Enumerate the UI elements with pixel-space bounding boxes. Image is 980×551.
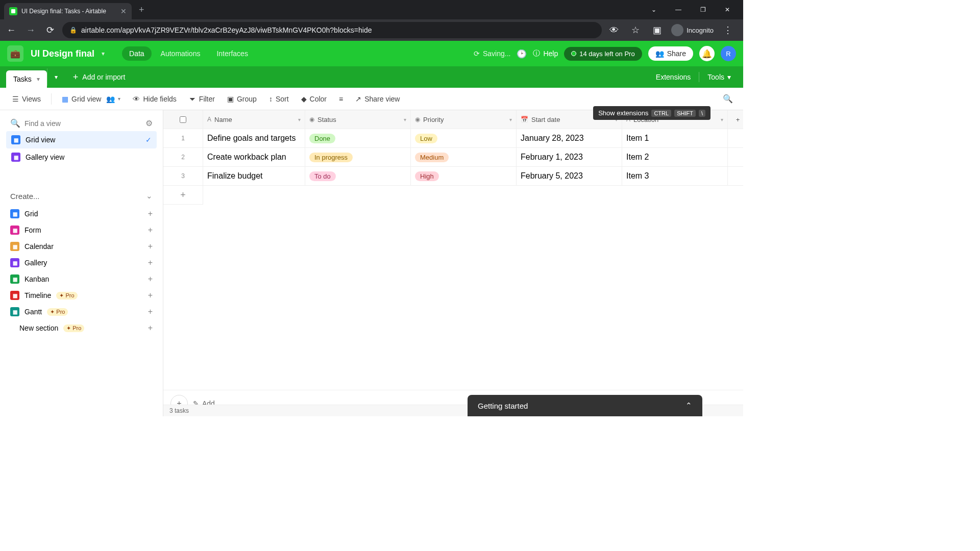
cell-name[interactable]: Create workback plan <box>203 148 305 166</box>
notifications-button[interactable]: 🔔 <box>699 46 715 61</box>
tab-automations[interactable]: Automations <box>154 46 208 61</box>
forward-button[interactable]: → <box>23 23 38 37</box>
minimize-icon[interactable]: — <box>671 6 686 13</box>
create-header[interactable]: Create... ⌄ <box>6 186 157 206</box>
cell-status[interactable]: Done <box>305 129 411 147</box>
base-name[interactable]: UI Design final <box>31 48 94 59</box>
plus-icon[interactable]: + <box>148 242 153 251</box>
table-list-dropdown[interactable]: ▾ <box>47 68 65 86</box>
reload-button[interactable]: ⟳ <box>43 23 57 37</box>
cell-location[interactable]: Item 3 <box>622 167 728 185</box>
cell-date[interactable]: February 5, 2023 <box>517 167 622 185</box>
select-all-cell[interactable] <box>163 110 203 129</box>
column-header[interactable]: AName▾ <box>203 110 305 129</box>
table-tab-tasks[interactable]: Tasks ▾ <box>6 70 47 88</box>
tools-button[interactable]: Tools ▾ <box>700 70 738 84</box>
create-view-item[interactable]: ▦Form+ <box>6 222 157 238</box>
close-tab-icon[interactable]: ✕ <box>120 7 127 15</box>
select-all-checkbox[interactable] <box>180 116 186 123</box>
chevron-down-icon[interactable]: ▾ <box>509 117 512 122</box>
tabs-dropdown-icon[interactable]: ⌄ <box>646 6 662 13</box>
cell-priority[interactable]: Medium <box>411 148 517 166</box>
maximize-icon[interactable]: ❐ <box>695 6 710 13</box>
create-view-item[interactable]: ▦Timeline✦ Pro+ <box>6 287 157 304</box>
create-view-item[interactable]: ▦Grid+ <box>6 206 157 222</box>
plus-icon[interactable]: + <box>148 307 153 316</box>
eye-off-icon[interactable]: 👁 <box>607 23 621 37</box>
plus-icon[interactable]: + <box>148 323 153 333</box>
find-view-input[interactable] <box>24 119 141 128</box>
share-button[interactable]: 👥 Share <box>648 46 693 61</box>
hide-fields-button[interactable]: 👁 Hide fields <box>128 92 181 106</box>
create-view-item[interactable]: ▦Gallery+ <box>6 255 157 271</box>
cell-date[interactable]: February 1, 2023 <box>517 148 622 166</box>
cell-location[interactable]: Item 1 <box>622 129 728 147</box>
url-input[interactable]: 🔒 airtable.com/appVkvA7jZR9VEZVr/tblv2xa… <box>62 22 602 38</box>
view-item[interactable]: ▦Grid view✓ <box>6 131 157 148</box>
gear-icon[interactable]: ⚙ <box>145 118 153 128</box>
history-icon[interactable]: 🕑 <box>517 49 527 59</box>
browser-menu-icon[interactable]: ⋮ <box>721 23 735 37</box>
table-row[interactable]: 2 Create workback plan In progress Mediu… <box>163 148 743 167</box>
search-button[interactable]: 🔍 <box>720 91 736 107</box>
extensions-button[interactable]: Extensions <box>649 70 698 84</box>
cell-priority[interactable]: High <box>411 167 517 185</box>
color-button[interactable]: ◆ Color <box>296 92 332 106</box>
plus-icon[interactable]: + <box>148 226 153 235</box>
cell-date[interactable]: January 28, 2023 <box>517 129 622 147</box>
chevron-down-icon[interactable]: ▾ <box>102 50 105 57</box>
view-item[interactable]: ▦Gallery view <box>6 148 157 166</box>
group-button[interactable]: ▣ Group <box>222 92 262 106</box>
cell-status[interactable]: To do <box>305 167 411 185</box>
chevron-down-icon[interactable]: ▾ <box>721 117 723 122</box>
back-button[interactable]: ← <box>4 23 18 37</box>
row-height-button[interactable]: ≡ <box>334 92 348 106</box>
add-import-button[interactable]: + Add or import <box>65 72 134 83</box>
cell-name[interactable]: Finalize budget <box>203 167 305 185</box>
create-view-item[interactable]: ▦Calendar+ <box>6 238 157 255</box>
plus-icon[interactable]: + <box>148 291 153 300</box>
cell-priority[interactable]: Low <box>411 129 517 147</box>
create-view-item[interactable]: ▦Kanban+ <box>6 271 157 287</box>
kbd-shift: SHIFT <box>674 110 696 117</box>
cell-status[interactable]: In progress <box>305 148 411 166</box>
new-section-button[interactable]: New section ✦ Pro + <box>6 320 157 336</box>
share-view-button[interactable]: ↗ Share view <box>350 92 405 106</box>
plus-icon[interactable]: + <box>148 209 153 218</box>
tab-data[interactable]: Data <box>122 46 152 61</box>
chevron-down-icon[interactable]: ▾ <box>298 117 301 122</box>
column-header[interactable]: ◉Status▾ <box>305 110 411 129</box>
side-panel-icon[interactable]: ▣ <box>650 23 664 37</box>
browser-tab[interactable]: UI Design final: Tasks - Airtable ✕ <box>4 3 132 19</box>
row-number-cell[interactable]: 3 <box>163 167 203 185</box>
row-number-cell[interactable]: 1 <box>163 129 203 147</box>
getting-started-panel[interactable]: Getting started ⌃ <box>468 395 702 416</box>
chevron-down-icon[interactable]: ▾ <box>404 117 406 122</box>
plus-icon[interactable]: + <box>148 258 153 267</box>
create-view-item[interactable]: ▦Gantt✦ Pro+ <box>6 304 157 320</box>
views-toggle-button[interactable]: ☰ Views <box>7 92 46 106</box>
close-window-icon[interactable]: ✕ <box>720 6 735 13</box>
trial-pill[interactable]: 14 days left on Pro <box>564 47 642 61</box>
help-button[interactable]: ⓘ Help <box>533 49 558 58</box>
cell-location[interactable]: Item 2 <box>622 148 728 166</box>
cell-name[interactable]: Define goals and targets <box>203 129 305 147</box>
bookmark-icon[interactable]: ☆ <box>628 23 643 37</box>
view-name-button[interactable]: ▦ Grid view 👥 ▾ <box>57 92 126 106</box>
new-tab-button[interactable]: + <box>132 5 152 15</box>
plus-icon[interactable]: + <box>148 274 153 284</box>
tab-interfaces[interactable]: Interfaces <box>209 46 255 61</box>
filter-button[interactable]: ⏷ Filter <box>184 92 220 106</box>
sort-button[interactable]: ↕ Sort <box>264 92 294 106</box>
incognito-badge[interactable]: Incognito <box>671 24 714 36</box>
view-name-label: Grid view <box>71 95 101 103</box>
table-row[interactable]: 3 Finalize budget To do High February 5,… <box>163 167 743 186</box>
avatar[interactable]: R <box>721 46 736 61</box>
add-field-button[interactable]: + <box>728 110 743 129</box>
chevron-down-icon[interactable]: ▾ <box>37 76 40 83</box>
column-header[interactable]: ◉Priority▾ <box>411 110 517 129</box>
add-row-button[interactable]: + <box>163 186 203 205</box>
table-row[interactable]: 1 Define goals and targets Done Low Janu… <box>163 129 743 148</box>
row-number-cell[interactable]: 2 <box>163 148 203 166</box>
base-icon[interactable]: 💼 <box>7 45 23 62</box>
